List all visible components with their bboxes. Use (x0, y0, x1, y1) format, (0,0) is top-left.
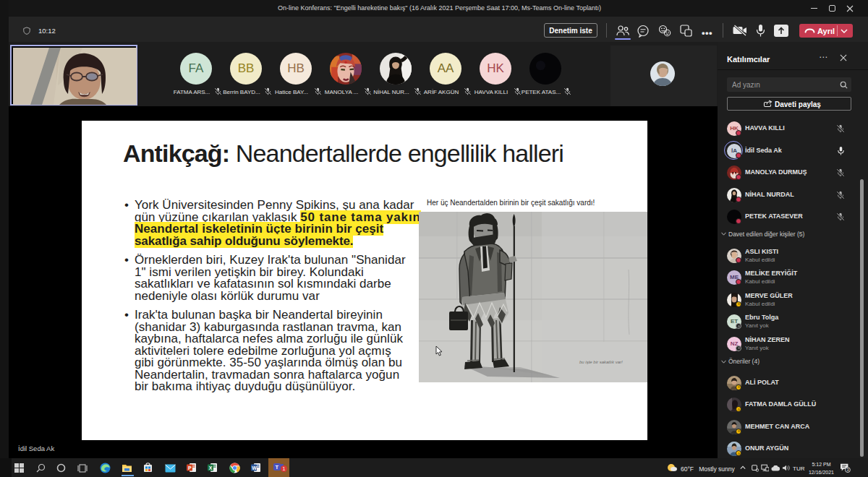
svg-text:W: W (252, 465, 257, 470)
svg-text:P: P (188, 465, 192, 470)
svg-text:T: T (276, 464, 279, 470)
svg-text:3: 3 (846, 468, 848, 472)
svg-text:bu işte bir sakatlık var!: bu işte bir sakatlık var! (579, 360, 623, 364)
svg-text:X: X (209, 465, 213, 470)
